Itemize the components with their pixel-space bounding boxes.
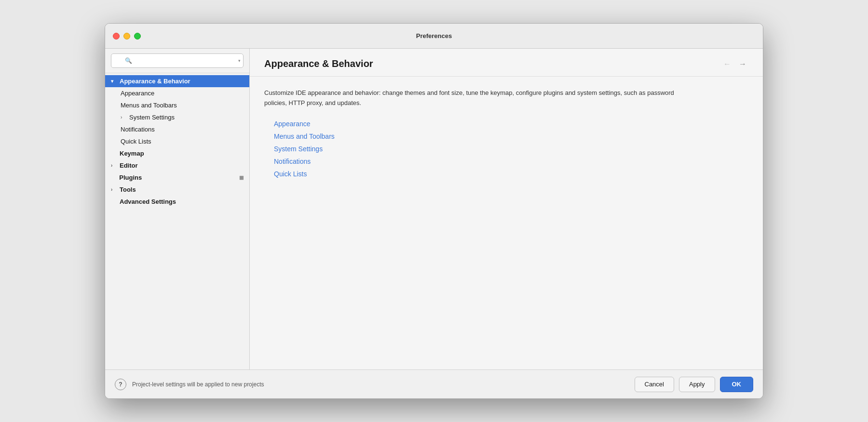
plugins-row: Plugins ▦: [119, 174, 244, 181]
sidebar-item-label: Editor: [120, 162, 138, 169]
sidebar-item-menus-toolbars[interactable]: Menus and Toolbars: [105, 99, 249, 111]
help-icon: ?: [119, 381, 122, 388]
collapse-arrow-icon: ›: [111, 187, 117, 192]
preferences-window: Preferences 🔍 ▾ ▾ Appearance & Behavior: [105, 23, 763, 399]
footer-message: Project-level settings will be applied t…: [132, 381, 635, 388]
footer: ? Project-level settings will be applied…: [105, 369, 763, 398]
sidebar-item-appearance[interactable]: Appearance: [105, 87, 249, 99]
link-notifications[interactable]: Notifications: [274, 158, 748, 165]
window-title: Preferences: [416, 32, 452, 40]
title-bar: Preferences: [105, 24, 763, 49]
collapse-arrow-icon: ›: [111, 163, 117, 168]
apply-button[interactable]: Apply: [679, 377, 715, 392]
content-area: Appearance & Behavior ← → Customize IDE …: [250, 49, 763, 369]
search-wrapper: 🔍 ▾: [111, 53, 244, 68]
close-button[interactable]: [113, 33, 120, 40]
sidebar-item-label: Appearance: [121, 90, 154, 97]
maximize-button[interactable]: [134, 33, 141, 40]
sidebar-item-plugins[interactable]: Plugins ▦: [105, 171, 249, 184]
main-body: 🔍 ▾ ▾ Appearance & Behavior Appearance: [105, 49, 763, 369]
content-links: Appearance Menus and Toolbars System Set…: [264, 120, 748, 178]
sidebar: 🔍 ▾ ▾ Appearance & Behavior Appearance: [105, 49, 250, 369]
navigation-arrows: ← →: [721, 59, 748, 69]
sidebar-item-label: Plugins: [119, 174, 142, 181]
content-body: Customize IDE appearance and behavior: c…: [250, 77, 763, 369]
window-controls: [113, 33, 141, 40]
sidebar-item-label: Notifications: [121, 126, 155, 133]
ok-button[interactable]: OK: [720, 377, 754, 392]
sidebar-item-label: Advanced Settings: [120, 198, 176, 205]
back-button[interactable]: ←: [721, 59, 733, 69]
search-container: 🔍 ▾: [105, 49, 249, 73]
sidebar-item-label: Quick Lists: [121, 138, 151, 145]
sidebar-item-appearance-behavior[interactable]: ▾ Appearance & Behavior: [105, 75, 249, 87]
sidebar-item-notifications[interactable]: Notifications: [105, 123, 249, 135]
sidebar-item-tools[interactable]: › Tools: [105, 184, 249, 196]
forward-button[interactable]: →: [737, 59, 748, 69]
sidebar-item-label: System Settings: [129, 114, 175, 121]
sidebar-item-keymap[interactable]: Keymap: [105, 147, 249, 159]
minimize-button[interactable]: [123, 33, 130, 40]
plugins-grid-icon: ▦: [239, 175, 244, 180]
link-menus-toolbars[interactable]: Menus and Toolbars: [274, 132, 748, 140]
sidebar-item-system-settings[interactable]: › System Settings: [105, 111, 249, 123]
content-description: Customize IDE appearance and behavior: c…: [264, 88, 698, 108]
link-appearance[interactable]: Appearance: [274, 120, 748, 128]
sidebar-item-label: Keymap: [120, 150, 144, 157]
sidebar-item-label: Menus and Toolbars: [121, 102, 177, 109]
collapse-arrow-icon: ›: [121, 115, 126, 120]
help-button[interactable]: ?: [115, 379, 126, 390]
sidebar-nav: ▾ Appearance & Behavior Appearance Menus…: [105, 73, 249, 369]
sidebar-item-label: Appearance & Behavior: [120, 78, 190, 85]
cancel-button[interactable]: Cancel: [635, 377, 674, 392]
link-system-settings[interactable]: System Settings: [274, 145, 748, 153]
footer-buttons: Cancel Apply OK: [635, 377, 754, 392]
sidebar-item-editor[interactable]: › Editor: [105, 159, 249, 171]
page-title: Appearance & Behavior: [264, 58, 373, 69]
sidebar-item-advanced-settings[interactable]: Advanced Settings: [105, 196, 249, 208]
sidebar-item-label: Tools: [120, 186, 136, 193]
link-quick-lists[interactable]: Quick Lists: [274, 170, 748, 178]
expand-arrow-icon: ▾: [111, 79, 117, 84]
sidebar-item-quick-lists[interactable]: Quick Lists: [105, 135, 249, 147]
content-header: Appearance & Behavior ← →: [250, 49, 763, 77]
search-input[interactable]: [111, 53, 244, 68]
